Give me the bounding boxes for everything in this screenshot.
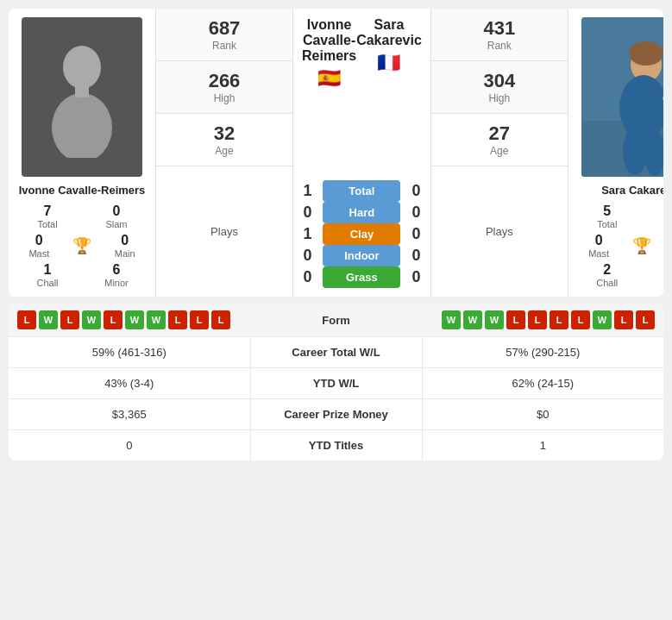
form-pill-left: W — [125, 310, 144, 329]
score-right-grass: 0 — [407, 268, 424, 286]
form-pill-left: L — [168, 310, 187, 329]
surface-btn-hard[interactable]: Hard — [323, 202, 400, 223]
score-right-hard: 0 — [407, 204, 424, 222]
right-photo-inner — [581, 17, 663, 177]
left-mast-stat: 0 Mast — [28, 233, 49, 259]
left-age-box: 32 Age — [156, 114, 292, 166]
score-left-total: 1 — [298, 182, 316, 200]
left-high-box: 266 High — [156, 61, 292, 114]
svg-point-7 — [629, 41, 663, 66]
form-pill-right: L — [571, 310, 590, 329]
right-flag: 🇫🇷 — [356, 52, 422, 74]
left-main-stat: 0 Main — [115, 233, 135, 259]
left-player-card: Ivonne Cavalle-Reimers 7 Total 0 Slam 0 … — [9, 9, 155, 297]
form-pill-left: W — [39, 310, 58, 329]
stat-label: Career Prize Money — [250, 399, 423, 429]
score-right-total: 0 — [407, 182, 424, 200]
trophy-icon-left: 🏆 — [72, 236, 91, 255]
svg-point-1 — [63, 46, 101, 89]
right-stats-grid: 5 Total 0 Slam — [577, 204, 663, 229]
right-trophy-row: 0 Mast 🏆 0 Main — [577, 233, 663, 259]
left-middle-panel: 687 Rank 266 High 32 Age Plays — [155, 9, 293, 297]
form-pill-left: L — [190, 310, 209, 329]
right-age-box: 27 Age — [431, 114, 568, 166]
surface-row-clay: 1 Clay 0 — [298, 223, 424, 245]
form-pill-left: L — [104, 310, 122, 329]
center-column: Ivonne Cavalle- Reimers 🇪🇸 Sara Cakarevi… — [293, 9, 430, 297]
right-form-pills: WWWLLLLWLL — [371, 310, 656, 329]
headers-row: Ivonne Cavalle- Reimers 🇪🇸 Sara Cakarevi… — [298, 17, 426, 90]
stat-label: YTD W/L — [250, 368, 423, 398]
score-right-indoor: 0 — [407, 247, 424, 265]
left-player-photo — [22, 17, 142, 177]
stats-data-row: 59% (461-316) Career Total W/L 57% (290-… — [9, 337, 663, 368]
stats-data-row: 0 YTD Titles 1 — [9, 430, 663, 460]
left-plays-box: Plays — [156, 166, 292, 297]
right-total-stat: 5 Total — [577, 204, 637, 229]
form-pill-right: L — [614, 310, 633, 329]
form-pill-left: L — [60, 310, 79, 329]
svg-point-12 — [623, 127, 647, 175]
surface-row-total: 1 Total 0 — [298, 180, 424, 202]
right-player-name: Sara Cakarevic — [601, 184, 663, 197]
stats-rows: 59% (461-316) Career Total W/L 57% (290-… — [9, 337, 663, 460]
left-chall-stat: 1 Chall — [17, 262, 78, 288]
left-trophy-row: 0 Mast 🏆 0 Main — [17, 233, 147, 259]
surface-btn-total[interactable]: Total — [323, 180, 400, 202]
stat-left-value: 59% (461-316) — [9, 337, 250, 367]
surface-rows: 1 Total 0 0 Hard 0 1 Clay 0 0 Indoor 0 0… — [298, 180, 424, 288]
surface-row-grass: 0 Grass 0 — [298, 266, 424, 288]
form-pill-right: W — [463, 310, 482, 329]
left-player-name: Ivonne Cavalle-Reimers — [19, 184, 146, 197]
stat-label: YTD Titles — [250, 430, 423, 460]
form-pill-left: L — [211, 310, 230, 329]
form-pill-right: L — [528, 310, 547, 329]
surface-btn-clay[interactable]: Clay — [323, 223, 400, 245]
right-high-box: 304 High — [431, 61, 568, 114]
form-pill-right: L — [506, 310, 525, 329]
stat-label: Career Total W/L — [250, 337, 423, 367]
left-chall-minor-grid: 1 Chall 6 Minor — [17, 262, 147, 288]
form-pill-right: L — [636, 310, 655, 329]
surface-btn-grass[interactable]: Grass — [323, 266, 400, 288]
right-middle-panel: 431 Rank 304 High 27 Age Plays — [430, 9, 568, 297]
main-container: Ivonne Cavalle-Reimers 7 Total 0 Slam 0 … — [0, 0, 672, 469]
left-form-pills: LWLWLWWLLL — [17, 310, 302, 329]
stats-data-row: 43% (3-4) YTD W/L 62% (24-15) — [9, 368, 663, 399]
stat-right-value: $0 — [423, 399, 664, 429]
form-pill-right: W — [485, 310, 504, 329]
right-mast-stat: 0 Mast — [588, 233, 609, 259]
form-row: LWLWLWWLLL Form WWWLLLLWLL — [9, 304, 663, 337]
bottom-section: LWLWLWWLLL Form WWWLLLLWLL 59% (461-316)… — [9, 304, 663, 460]
left-minor-stat: 6 Minor — [86, 262, 147, 288]
stat-right-value: 1 — [423, 430, 664, 460]
form-pill-right: L — [550, 310, 568, 329]
left-flag: 🇪🇸 — [302, 67, 356, 90]
score-right-clay: 0 — [407, 225, 424, 243]
left-stats-grid: 7 Total 0 Slam — [17, 204, 147, 229]
right-name-header: Sara Cakarevic 🇫🇷 — [356, 17, 422, 90]
stat-left-value: 0 — [9, 430, 250, 460]
stats-data-row: $3,365 Career Prize Money $0 — [9, 399, 663, 430]
score-left-indoor: 0 — [298, 247, 316, 265]
surface-row-hard: 0 Hard 0 — [298, 202, 424, 223]
form-pill-left: L — [17, 310, 36, 329]
right-player-photo — [581, 17, 663, 177]
form-label: Form — [302, 314, 371, 327]
stat-right-value: 62% (24-15) — [423, 368, 664, 398]
left-rank-box: 687 Rank — [156, 9, 292, 61]
form-pill-left: W — [147, 310, 166, 329]
score-left-grass: 0 — [298, 268, 316, 286]
left-slam-stat: 0 Slam — [86, 204, 147, 229]
right-name-top: Sara Cakarevic — [356, 17, 422, 48]
right-plays-box: Plays — [431, 166, 568, 297]
stat-left-value: $3,365 — [9, 399, 250, 429]
left-total-stat: 7 Total — [17, 204, 78, 229]
right-chall-stat: 2 Chall — [577, 262, 637, 288]
trophy-icon-right: 🏆 — [632, 236, 651, 255]
form-pill-right: W — [442, 310, 461, 329]
surface-btn-indoor[interactable]: Indoor — [323, 245, 400, 266]
stat-left-value: 43% (3-4) — [9, 368, 250, 398]
right-chall-minor-grid: 2 Chall 3 Minor — [577, 262, 663, 288]
surface-row-indoor: 0 Indoor 0 — [298, 245, 424, 266]
